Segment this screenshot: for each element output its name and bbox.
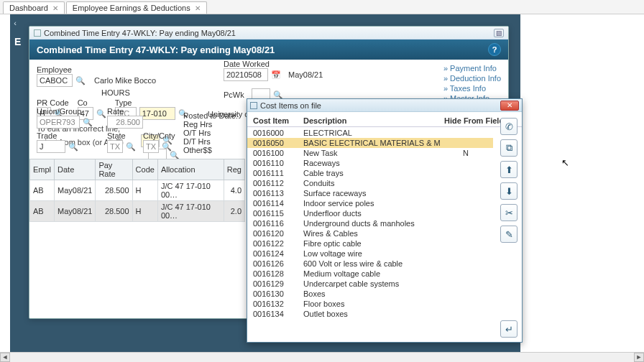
- tab-label: Employee Earnings & Deductions: [73, 4, 190, 12]
- date-worked-display: May08/21: [288, 70, 323, 79]
- window-close-button[interactable]: ▨: [494, 29, 504, 37]
- list-item[interactable]: 0016134Outlet boxes: [247, 309, 493, 319]
- tab-strip: Dashboard ✕ Employee Earnings & Deductio…: [0, 0, 644, 14]
- list-item[interactable]: 0016120Wires & Cables: [247, 228, 493, 238]
- list-item[interactable]: 0016126600 Volt or less wire & cable: [247, 259, 493, 269]
- col-allocation[interactable]: Allocation: [157, 159, 224, 180]
- col-payrate[interactable]: Pay Rate: [96, 159, 132, 180]
- date-worked-input[interactable]: [224, 68, 268, 81]
- search-icon[interactable]: 🔍: [83, 117, 93, 127]
- list-item[interactable]: 0016112Conduits: [247, 178, 493, 188]
- search-icon[interactable]: 🔍: [162, 141, 172, 152]
- horizontal-scrollbar[interactable]: ◄ ►: [0, 352, 644, 362]
- side-link-list: Payment Info Deduction Info Taxes Info M…: [443, 64, 501, 103]
- state-label: State: [107, 131, 136, 140]
- collapse-icon[interactable]: ‹: [10, 19, 20, 29]
- edit-button[interactable]: ✎: [500, 226, 518, 243]
- help-button[interactable]: ?: [488, 43, 501, 56]
- cost-item-list[interactable]: 0016000ELECTRICAL0016050BASIC ELECTRICAL…: [247, 128, 493, 320]
- state-input[interactable]: [107, 140, 123, 153]
- pcwk-label: PcWk: [224, 90, 244, 99]
- union-group-label: Union/Group: [37, 107, 93, 116]
- time-entry-grid: Empl Date Pay Rate Code Allocation Reg A…: [29, 159, 245, 222]
- link-deduction-info[interactable]: Deduction Info: [443, 74, 501, 83]
- window-icon: [34, 29, 41, 37]
- list-item[interactable]: 0016050BASIC ELECTRICAL MATERIALS & M: [247, 138, 493, 148]
- list-item[interactable]: 0016100New TaskN: [247, 148, 493, 158]
- tab-dashboard[interactable]: Dashboard ✕: [3, 1, 65, 14]
- dialog-column-headers: Cost Item Description Hide From Field: [247, 112, 522, 127]
- list-item[interactable]: 0016122Fibre optic cable: [247, 238, 493, 249]
- employee-code-input[interactable]: [37, 74, 73, 87]
- list-item[interactable]: 0016130Boxes: [247, 289, 493, 299]
- link-taxes-info[interactable]: Taxes Info: [443, 84, 501, 93]
- move-up-button[interactable]: ⬆: [500, 161, 518, 178]
- list-item[interactable]: 0016128Medium voltage cable: [247, 269, 493, 279]
- co-label: Co: [78, 98, 106, 107]
- rate-input[interactable]: [107, 116, 143, 129]
- export-button[interactable]: ✆: [500, 118, 518, 135]
- window-subtitle: Combined Time Entry 47-WKLY: Pay ending …: [44, 29, 236, 37]
- mouse-cursor: ↖: [561, 157, 569, 168]
- col-code[interactable]: Code: [132, 159, 157, 180]
- list-item[interactable]: 0016000ELECTRICAL: [247, 128, 493, 138]
- cost-items-dialog: Cost Items on file ✕ Cost Item Descripti…: [247, 98, 523, 343]
- dialog-title: Cost Items on file: [260, 101, 321, 110]
- list-item[interactable]: 0016111Cable trays: [247, 168, 493, 178]
- list-item[interactable]: 0016115Underfloor ducts: [247, 208, 493, 218]
- scroll-left-button[interactable]: ◄: [0, 353, 10, 362]
- copy-button[interactable]: ⧉: [500, 139, 518, 157]
- union-group-input[interactable]: [37, 116, 80, 129]
- window-header: Combined Time Entry 47-WKLY: Pay ending …: [29, 40, 508, 60]
- table-row[interactable]: AB May08/21 28.500 H J/C 47 17-010 00… 4…: [30, 180, 245, 201]
- table-row[interactable]: AB May08/21 28.500 H J/C 47 17-010 00… 2…: [30, 201, 245, 222]
- list-item[interactable]: 0016114Indoor service poles: [247, 198, 493, 208]
- date-worked-label: Date Worked: [224, 60, 375, 68]
- list-item[interactable]: 0016116Underground ducts & manholes: [247, 218, 493, 228]
- window-titlebar: Combined Time Entry 47-WKLY: Pay ending …: [29, 27, 508, 40]
- list-item[interactable]: 0016124Low voltage wire: [247, 249, 493, 259]
- calendar-icon[interactable]: 📅: [271, 70, 281, 80]
- col-empl[interactable]: Empl: [30, 159, 55, 180]
- dialog-titlebar: Cost Items on file ✕: [247, 99, 522, 112]
- col-description[interactable]: Description: [303, 116, 444, 125]
- dialog-icon: [250, 102, 257, 109]
- search-icon[interactable]: 🔍: [126, 141, 136, 152]
- list-item[interactable]: 0016113Surface raceways: [247, 188, 493, 198]
- pr-code-label: PR Code: [37, 98, 69, 107]
- move-down-button[interactable]: ⬇: [500, 182, 518, 200]
- filter-button[interactable]: ✂: [500, 204, 518, 221]
- search-icon[interactable]: 🔍: [68, 141, 78, 152]
- link-payment-info[interactable]: Payment Info: [443, 64, 501, 73]
- city-label: City/Cnty: [143, 131, 175, 140]
- trade-input[interactable]: [37, 140, 65, 153]
- col-reg[interactable]: Reg: [224, 159, 244, 180]
- close-icon[interactable]: ✕: [52, 4, 58, 12]
- dialog-close-button[interactable]: ✕: [500, 101, 519, 111]
- list-item[interactable]: 0016129Undercarpet cable systems: [247, 279, 493, 289]
- tab-label: Dashboard: [9, 4, 48, 12]
- grid-header-row: Empl Date Pay Rate Code Allocation Reg: [30, 159, 245, 180]
- col-date[interactable]: Date: [55, 159, 96, 180]
- list-item[interactable]: 0016136Pull & junction boxes: [247, 319, 493, 320]
- type-label: Type: [115, 98, 188, 107]
- col-cost-item[interactable]: Cost Item: [253, 116, 303, 125]
- list-item[interactable]: 0016110Raceways: [247, 158, 493, 168]
- window-title: Combined Time Entry 47-WKLY: Pay ending …: [37, 45, 275, 55]
- backdrop-letter: E: [14, 36, 21, 47]
- dialog-toolbar: ✆ ⧉ ⬆ ⬇ ✂ ✎: [500, 118, 518, 243]
- list-item[interactable]: 0016132Floor boxes: [247, 299, 493, 309]
- search-icon[interactable]: 🔍: [75, 75, 86, 85]
- employee-name: Carlo Mike Bocco: [94, 76, 156, 85]
- accept-button[interactable]: ↵: [500, 320, 518, 338]
- city-input[interactable]: [143, 140, 159, 153]
- close-icon[interactable]: ✕: [195, 4, 201, 12]
- tab-employee-earnings[interactable]: Employee Earnings & Deductions ✕: [66, 1, 207, 14]
- scroll-right-button[interactable]: ►: [634, 353, 644, 362]
- rate-label: Rate: [107, 107, 175, 116]
- trade-label: Trade: [37, 131, 93, 140]
